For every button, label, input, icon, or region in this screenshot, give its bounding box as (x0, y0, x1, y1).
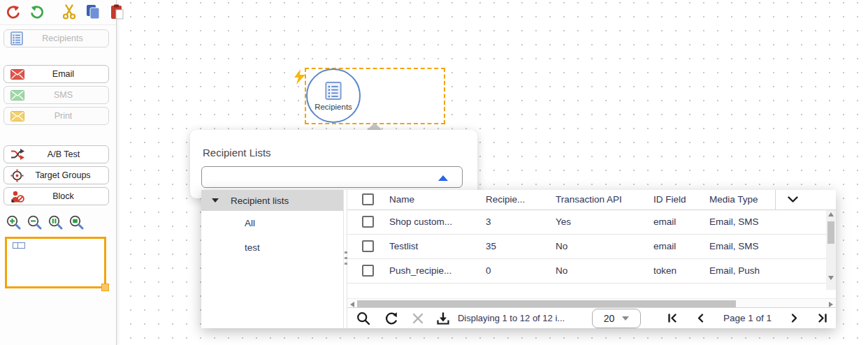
recipient-lists-popup: Recipient Lists (190, 130, 477, 198)
refresh-icon[interactable] (384, 311, 399, 326)
minimap[interactable] (5, 237, 106, 288)
chevron-down-icon (788, 196, 798, 203)
tree-item-label: All (245, 218, 255, 228)
cell-media-type: Email, SMS (709, 241, 775, 251)
tree-item-all[interactable]: All (201, 211, 343, 235)
caret-down-icon (622, 316, 629, 321)
sidebar-item-recipients[interactable]: Recipients (3, 29, 109, 47)
cell-media-type: Email, Push (709, 265, 775, 276)
shuffle-icon (10, 149, 25, 160)
cell-transaction-api: No (556, 265, 653, 276)
sidebar-item-label: Email (24, 69, 102, 79)
sidebar-item-label: Block (24, 191, 102, 201)
recipient-lists-combobox[interactable] (201, 166, 463, 188)
cell-recipients: 0 (486, 265, 556, 276)
cut-icon[interactable] (62, 4, 77, 20)
sidebar-item-target-groups[interactable]: Target Groups (3, 166, 109, 184)
copy-icon[interactable] (85, 4, 101, 20)
tree-item-test[interactable]: test (201, 235, 343, 260)
row-checkbox[interactable] (362, 216, 374, 228)
table-row[interactable]: Testlist 35 No email Email, SMS (347, 235, 836, 259)
scroll-down-icon[interactable] (828, 276, 834, 280)
scroll-thumb[interactable] (827, 221, 834, 244)
email-envelope-icon (10, 69, 24, 80)
tree-item-label: test (245, 242, 260, 253)
sidebar-item-label: Target Groups (24, 170, 102, 180)
block-person-icon (10, 190, 24, 203)
recipients-node[interactable]: Recipients (306, 68, 361, 123)
target-icon (10, 169, 24, 182)
prev-page-button[interactable] (687, 310, 715, 327)
minimap-resize-handle[interactable] (101, 284, 109, 291)
edit-toolbar (0, 0, 116, 25)
zoom-toolbar (6, 214, 85, 230)
table-row[interactable]: Shop custom... 3 Yes email Email, SMS (347, 210, 836, 235)
pagination: Page 1 of 1 (659, 310, 836, 327)
recipients-list-icon (10, 31, 23, 45)
column-menu-button[interactable] (775, 190, 810, 210)
sidebar-item-print[interactable]: Print (3, 107, 109, 125)
page-label: Page 1 of 1 (715, 313, 780, 323)
sidebar-item-ab-test[interactable]: A/B Test (3, 145, 109, 163)
vertical-scrollbar[interactable] (826, 210, 836, 290)
horizontal-scrollbar[interactable] (347, 298, 836, 307)
recipient-table-pane: Name Recipie... Transaction API ID Field… (347, 190, 836, 328)
scroll-up-icon[interactable] (828, 212, 834, 216)
column-header-transaction-api[interactable]: Transaction API (556, 194, 653, 205)
sidebar-item-block[interactable]: Block (3, 187, 109, 205)
zoom-fit-icon[interactable] (68, 214, 85, 230)
cell-media-type: Email, SMS (709, 216, 775, 227)
table-body: Shop custom... 3 Yes email Email, SMS Te… (347, 210, 836, 298)
column-header-name[interactable]: Name (389, 194, 486, 205)
tree-root-label: Recipient lists (231, 196, 289, 206)
caret-up-icon[interactable] (438, 175, 448, 181)
zoom-in-icon[interactable] (6, 214, 22, 230)
search-icon[interactable] (356, 311, 371, 326)
cell-transaction-api: Yes (556, 216, 653, 227)
caret-down-icon (212, 198, 219, 203)
scroll-right-icon[interactable] (829, 302, 833, 307)
recipient-lists-dropdown: Recipient lists All test Name Recipie...… (201, 190, 836, 328)
select-all-checkbox[interactable] (362, 193, 374, 205)
cell-recipients: 35 (486, 241, 556, 251)
row-checkbox[interactable] (362, 265, 374, 277)
trigger-bolt-icon (294, 69, 306, 85)
first-page-button[interactable] (659, 310, 687, 327)
sidebar-item-label: SMS (24, 90, 102, 100)
cell-id-field: email (653, 216, 709, 227)
print-envelope-icon (10, 111, 24, 122)
cell-name: Testlist (389, 241, 486, 251)
minimap-node (13, 242, 25, 249)
zoom-out-icon[interactable] (27, 214, 43, 230)
cell-name: Push_recipie... (389, 265, 486, 276)
cell-id-field: token (653, 265, 709, 276)
next-page-button[interactable] (780, 310, 808, 327)
zoom-reset-icon[interactable] (48, 214, 64, 230)
row-checkbox[interactable] (362, 240, 374, 252)
workflow-editor: Recipients Email SMS Print A/B Test Targ… (0, 0, 868, 345)
page-size-value: 20 (604, 313, 615, 324)
tree-root-node[interactable]: Recipient lists (201, 190, 343, 211)
redo-icon[interactable] (29, 4, 45, 20)
scroll-thumb[interactable] (357, 300, 736, 307)
clear-icon[interactable] (410, 311, 426, 326)
download-icon[interactable] (435, 311, 451, 326)
sidebar-item-sms[interactable]: SMS (3, 86, 109, 104)
paste-icon[interactable] (109, 4, 124, 20)
last-page-button[interactable] (808, 310, 836, 327)
column-header-recipients[interactable]: Recipie... (486, 194, 556, 205)
sidebar-item-label: A/B Test (25, 149, 102, 159)
page-size-select[interactable]: 20 (592, 309, 641, 328)
sms-envelope-icon (10, 90, 24, 101)
cell-id-field: email (653, 241, 709, 251)
table-row[interactable]: Push_recipie... 0 No token Email, Push (347, 259, 836, 284)
display-status-text: Displaying 1 to 12 of 12 i... (458, 313, 588, 323)
cell-transaction-api: No (556, 241, 653, 251)
undo-icon[interactable] (6, 4, 21, 20)
column-header-id-field[interactable]: ID Field (653, 194, 709, 205)
scroll-left-icon[interactable] (350, 302, 354, 307)
sidebar-item-email[interactable]: Email (3, 65, 109, 83)
recipient-tree-pane: Recipient lists All test (201, 190, 344, 328)
cell-recipients: 3 (486, 216, 556, 227)
column-header-media-type[interactable]: Media Type (709, 194, 775, 205)
